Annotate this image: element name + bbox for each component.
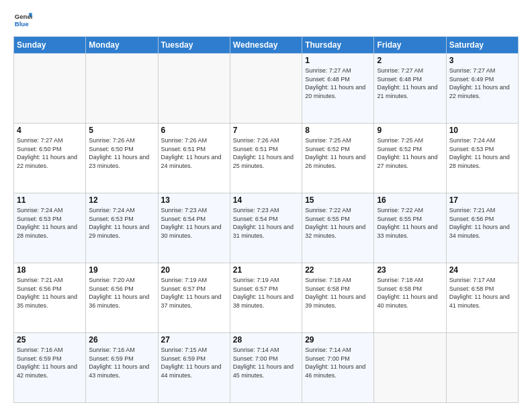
day-info: Sunrise: 7:14 AM Sunset: 7:00 PM Dayligh… [233,346,299,379]
weekday-header: Sunday [14,37,86,54]
day-number: 19 [89,265,154,275]
calendar-cell: 10Sunrise: 7:24 AM Sunset: 6:53 PM Dayli… [446,124,518,193]
day-number: 27 [161,335,227,345]
day-info: Sunrise: 7:17 AM Sunset: 6:58 PM Dayligh… [449,276,515,310]
day-info: Sunrise: 7:24 AM Sunset: 6:53 PM Dayligh… [17,206,83,240]
day-info: Sunrise: 7:22 AM Sunset: 6:55 PM Dayligh… [305,206,371,240]
day-number: 21 [233,265,299,275]
calendar-week-row: 11Sunrise: 7:24 AM Sunset: 6:53 PM Dayli… [14,193,519,263]
day-info: Sunrise: 7:23 AM Sunset: 6:54 PM Dayligh… [161,206,227,240]
calendar-cell: 1Sunrise: 7:27 AM Sunset: 6:48 PM Daylig… [302,54,374,124]
day-info: Sunrise: 7:26 AM Sunset: 6:50 PM Dayligh… [89,136,154,170]
day-info: Sunrise: 7:16 AM Sunset: 6:59 PM Dayligh… [89,346,154,379]
day-number: 8 [305,126,371,135]
day-number: 13 [161,195,227,205]
calendar-week-row: 1Sunrise: 7:27 AM Sunset: 6:48 PM Daylig… [14,54,519,124]
calendar-cell: 12Sunrise: 7:24 AM Sunset: 6:53 PM Dayli… [86,193,158,263]
calendar-cell: 4Sunrise: 7:27 AM Sunset: 6:50 PM Daylig… [14,124,86,193]
day-info: Sunrise: 7:27 AM Sunset: 6:50 PM Dayligh… [17,136,83,170]
day-info: Sunrise: 7:14 AM Sunset: 7:00 PM Dayligh… [305,346,371,379]
calendar-cell: 5Sunrise: 7:26 AM Sunset: 6:50 PM Daylig… [86,124,158,193]
day-info: Sunrise: 7:26 AM Sunset: 6:51 PM Dayligh… [233,136,299,170]
calendar-cell: 16Sunrise: 7:22 AM Sunset: 6:55 PM Dayli… [374,193,446,263]
day-number: 11 [17,195,83,205]
day-info: Sunrise: 7:21 AM Sunset: 6:56 PM Dayligh… [449,206,515,240]
calendar-cell: 8Sunrise: 7:25 AM Sunset: 6:52 PM Daylig… [302,124,374,193]
weekday-header: Thursday [302,37,374,54]
calendar-cell: 21Sunrise: 7:19 AM Sunset: 6:57 PM Dayli… [230,263,302,333]
calendar-cell [86,54,158,124]
day-number: 7 [233,126,299,135]
weekday-header: Friday [374,37,446,54]
day-number: 26 [89,335,154,345]
day-info: Sunrise: 7:19 AM Sunset: 6:57 PM Dayligh… [233,276,299,310]
day-info: Sunrise: 7:25 AM Sunset: 6:52 PM Dayligh… [305,136,371,170]
calendar-cell: 17Sunrise: 7:21 AM Sunset: 6:56 PM Dayli… [446,193,518,263]
calendar-cell: 14Sunrise: 7:23 AM Sunset: 6:54 PM Dayli… [230,193,302,263]
weekday-header: Saturday [446,37,518,54]
day-number: 14 [233,195,299,205]
weekday-header: Wednesday [230,37,302,54]
day-number: 24 [449,265,515,275]
day-info: Sunrise: 7:24 AM Sunset: 6:53 PM Dayligh… [89,206,154,240]
day-number: 17 [449,195,515,205]
weekday-header: Tuesday [158,37,230,54]
day-info: Sunrise: 7:24 AM Sunset: 6:53 PM Dayligh… [449,136,515,170]
calendar-week-row: 25Sunrise: 7:16 AM Sunset: 6:59 PM Dayli… [14,333,519,403]
day-number: 10 [449,126,515,135]
day-info: Sunrise: 7:27 AM Sunset: 6:49 PM Dayligh… [449,66,515,100]
day-info: Sunrise: 7:27 AM Sunset: 6:48 PM Dayligh… [305,66,371,100]
calendar-week-row: 4Sunrise: 7:27 AM Sunset: 6:50 PM Daylig… [14,124,519,193]
calendar-cell: 15Sunrise: 7:22 AM Sunset: 6:55 PM Dayli… [302,193,374,263]
day-number: 6 [161,126,227,135]
page-header: General Blue [13,11,519,30]
calendar-cell: 13Sunrise: 7:23 AM Sunset: 6:54 PM Dayli… [158,193,230,263]
day-number: 15 [305,195,371,205]
calendar-cell [14,54,86,124]
calendar-header-row: SundayMondayTuesdayWednesdayThursdayFrid… [14,37,519,54]
weekday-header: Monday [86,37,158,54]
calendar-cell: 19Sunrise: 7:20 AM Sunset: 6:56 PM Dayli… [86,263,158,333]
day-number: 16 [377,195,443,205]
calendar-cell: 26Sunrise: 7:16 AM Sunset: 6:59 PM Dayli… [86,333,158,403]
calendar-cell: 27Sunrise: 7:15 AM Sunset: 6:59 PM Dayli… [158,333,230,403]
calendar-week-row: 18Sunrise: 7:21 AM Sunset: 6:56 PM Dayli… [14,263,519,333]
day-number: 1 [305,56,371,65]
day-number: 25 [17,335,83,345]
day-info: Sunrise: 7:15 AM Sunset: 6:59 PM Dayligh… [161,346,227,379]
day-info: Sunrise: 7:26 AM Sunset: 6:51 PM Dayligh… [161,136,227,170]
day-number: 22 [305,265,371,275]
calendar-cell: 23Sunrise: 7:18 AM Sunset: 6:58 PM Dayli… [374,263,446,333]
day-info: Sunrise: 7:27 AM Sunset: 6:48 PM Dayligh… [377,66,443,100]
svg-text:Blue: Blue [15,20,29,28]
day-number: 29 [305,335,371,345]
day-number: 3 [449,56,515,65]
calendar-cell: 18Sunrise: 7:21 AM Sunset: 6:56 PM Dayli… [14,263,86,333]
day-number: 12 [89,195,154,205]
calendar-cell [158,54,230,124]
day-number: 28 [233,335,299,345]
calendar-cell: 2Sunrise: 7:27 AM Sunset: 6:48 PM Daylig… [374,54,446,124]
day-info: Sunrise: 7:18 AM Sunset: 6:58 PM Dayligh… [377,276,443,310]
day-info: Sunrise: 7:21 AM Sunset: 6:56 PM Dayligh… [17,276,83,310]
calendar-cell [446,333,518,403]
day-info: Sunrise: 7:16 AM Sunset: 6:59 PM Dayligh… [17,346,83,379]
calendar-cell: 29Sunrise: 7:14 AM Sunset: 7:00 PM Dayli… [302,333,374,403]
day-number: 23 [377,265,443,275]
calendar-cell: 25Sunrise: 7:16 AM Sunset: 6:59 PM Dayli… [14,333,86,403]
calendar-cell [230,54,302,124]
logo: General Blue [13,11,32,30]
day-number: 9 [377,126,443,135]
calendar-cell: 3Sunrise: 7:27 AM Sunset: 6:49 PM Daylig… [446,54,518,124]
calendar-cell: 22Sunrise: 7:18 AM Sunset: 6:58 PM Dayli… [302,263,374,333]
day-number: 18 [17,265,83,275]
calendar-cell: 9Sunrise: 7:25 AM Sunset: 6:52 PM Daylig… [374,124,446,193]
day-number: 4 [17,126,83,135]
day-info: Sunrise: 7:18 AM Sunset: 6:58 PM Dayligh… [305,276,371,310]
calendar-cell: 7Sunrise: 7:26 AM Sunset: 6:51 PM Daylig… [230,124,302,193]
calendar-cell [374,333,446,403]
day-info: Sunrise: 7:25 AM Sunset: 6:52 PM Dayligh… [377,136,443,170]
day-number: 2 [377,56,443,65]
calendar-cell: 28Sunrise: 7:14 AM Sunset: 7:00 PM Dayli… [230,333,302,403]
calendar-cell: 11Sunrise: 7:24 AM Sunset: 6:53 PM Dayli… [14,193,86,263]
